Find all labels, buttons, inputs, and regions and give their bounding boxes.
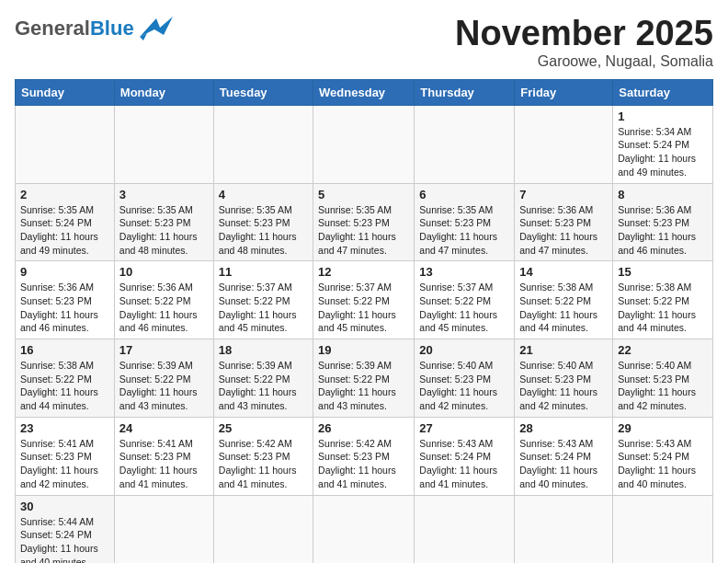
logo-icon bbox=[138, 15, 173, 42]
day-number-29: 29 bbox=[618, 421, 708, 435]
empty-cell bbox=[114, 105, 213, 183]
day-info-3: Sunrise: 5:35 AMSunset: 5:23 PMDaylight:… bbox=[119, 204, 198, 256]
day-12-cell: 12 Sunrise: 5:37 AMSunset: 5:22 PMDaylig… bbox=[313, 261, 415, 339]
day-number-25: 25 bbox=[219, 421, 308, 435]
day-info-26: Sunrise: 5:42 AMSunset: 5:23 PMDaylight:… bbox=[318, 438, 396, 489]
day-number-24: 24 bbox=[119, 421, 209, 435]
day-info-21: Sunrise: 5:40 AMSunset: 5:23 PMDaylight:… bbox=[519, 360, 597, 411]
header-tuesday: Tuesday bbox=[213, 79, 313, 105]
day-number-6: 6 bbox=[419, 188, 509, 201]
table-row: 2 Sunrise: 5:35 AMSunset: 5:24 PMDayligh… bbox=[16, 183, 713, 261]
empty-cell bbox=[515, 105, 613, 183]
empty-cell bbox=[313, 105, 415, 183]
day-11-cell: 11 Sunrise: 5:37 AMSunset: 5:22 PMDaylig… bbox=[213, 261, 313, 339]
day-number-3: 3 bbox=[119, 188, 209, 201]
day-15-cell: 15 Sunrise: 5:38 AMSunset: 5:22 PMDaylig… bbox=[613, 261, 713, 339]
header-friday: Friday bbox=[515, 79, 613, 105]
day-info-18: Sunrise: 5:39 AMSunset: 5:22 PMDaylight:… bbox=[219, 360, 297, 411]
day-info-28: Sunrise: 5:43 AMSunset: 5:24 PMDaylight:… bbox=[519, 438, 597, 489]
logo-general-text: General bbox=[15, 17, 90, 40]
day-19-cell: 19 Sunrise: 5:39 AMSunset: 5:22 PMDaylig… bbox=[313, 339, 415, 418]
day-info-4: Sunrise: 5:35 AMSunset: 5:23 PMDaylight:… bbox=[219, 204, 297, 256]
day-number-9: 9 bbox=[20, 265, 109, 279]
location-subtitle: Garoowe, Nugaal, Somalia bbox=[455, 53, 713, 70]
day-info-2: Sunrise: 5:35 AMSunset: 5:24 PMDaylight:… bbox=[20, 204, 98, 256]
day-3-cell: 3 Sunrise: 5:35 AMSunset: 5:23 PMDayligh… bbox=[114, 183, 213, 261]
header-thursday: Thursday bbox=[415, 79, 515, 105]
day-28-cell: 28 Sunrise: 5:43 AMSunset: 5:24 PMDaylig… bbox=[515, 417, 613, 495]
day-20-cell: 20 Sunrise: 5:40 AMSunset: 5:23 PMDaylig… bbox=[415, 339, 515, 418]
day-22-cell: 22 Sunrise: 5:40 AMSunset: 5:23 PMDaylig… bbox=[613, 339, 713, 418]
day-number-20: 20 bbox=[419, 343, 509, 357]
day-number-8: 8 bbox=[618, 188, 708, 201]
day-5-cell: 5 Sunrise: 5:35 AMSunset: 5:23 PMDayligh… bbox=[313, 183, 415, 261]
day-number-7: 7 bbox=[519, 188, 608, 201]
day-number-18: 18 bbox=[219, 343, 308, 357]
table-row: 30 Sunrise: 5:44 AMSunset: 5:24 PMDaylig… bbox=[16, 495, 713, 563]
day-number-16: 16 bbox=[20, 343, 109, 357]
day-info-24: Sunrise: 5:41 AMSunset: 5:23 PMDaylight:… bbox=[119, 438, 198, 489]
header: General Blue November 2025 Garoowe, Nuga… bbox=[15, 15, 713, 70]
day-number-30: 30 bbox=[20, 500, 109, 513]
header-sunday: Sunday bbox=[16, 79, 115, 105]
day-29-cell: 29 Sunrise: 5:43 AMSunset: 5:24 PMDaylig… bbox=[613, 417, 713, 495]
table-row: 23 Sunrise: 5:41 AMSunset: 5:23 PMDaylig… bbox=[16, 417, 713, 495]
day-info-10: Sunrise: 5:36 AMSunset: 5:22 PMDaylight:… bbox=[119, 282, 198, 333]
empty-cell bbox=[114, 495, 213, 563]
day-number-14: 14 bbox=[519, 265, 608, 279]
empty-cell bbox=[16, 105, 115, 183]
day-7-cell: 7 Sunrise: 5:36 AMSunset: 5:23 PMDayligh… bbox=[515, 183, 613, 261]
day-number-28: 28 bbox=[519, 421, 608, 435]
day-21-cell: 21 Sunrise: 5:40 AMSunset: 5:23 PMDaylig… bbox=[515, 339, 613, 418]
weekday-header-row: Sunday Monday Tuesday Wednesday Thursday… bbox=[16, 79, 713, 105]
day-6-cell: 6 Sunrise: 5:35 AMSunset: 5:23 PMDayligh… bbox=[415, 183, 515, 261]
day-info-1: Sunrise: 5:34 AMSunset: 5:24 PMDaylight:… bbox=[618, 126, 696, 178]
day-info-20: Sunrise: 5:40 AMSunset: 5:23 PMDaylight:… bbox=[419, 360, 497, 411]
empty-cell bbox=[213, 495, 313, 563]
day-info-12: Sunrise: 5:37 AMSunset: 5:22 PMDaylight:… bbox=[318, 282, 396, 333]
day-info-16: Sunrise: 5:38 AMSunset: 5:22 PMDaylight:… bbox=[20, 360, 98, 411]
day-number-5: 5 bbox=[318, 188, 409, 201]
day-info-13: Sunrise: 5:37 AMSunset: 5:22 PMDaylight:… bbox=[419, 282, 497, 333]
day-info-15: Sunrise: 5:38 AMSunset: 5:22 PMDaylight:… bbox=[618, 282, 696, 333]
day-2-cell: 2 Sunrise: 5:35 AMSunset: 5:24 PMDayligh… bbox=[16, 183, 115, 261]
day-1-cell: 1 Sunrise: 5:34 AMSunset: 5:24 PMDayligh… bbox=[613, 105, 713, 183]
empty-cell bbox=[515, 495, 613, 563]
day-18-cell: 18 Sunrise: 5:39 AMSunset: 5:22 PMDaylig… bbox=[213, 339, 313, 418]
day-25-cell: 25 Sunrise: 5:42 AMSunset: 5:23 PMDaylig… bbox=[213, 417, 313, 495]
empty-cell bbox=[415, 495, 515, 563]
day-info-27: Sunrise: 5:43 AMSunset: 5:24 PMDaylight:… bbox=[419, 438, 497, 489]
day-number-15: 15 bbox=[618, 265, 708, 279]
day-26-cell: 26 Sunrise: 5:42 AMSunset: 5:23 PMDaylig… bbox=[313, 417, 415, 495]
logo: General Blue bbox=[15, 15, 173, 42]
day-number-27: 27 bbox=[419, 421, 509, 435]
day-info-29: Sunrise: 5:43 AMSunset: 5:24 PMDaylight:… bbox=[618, 438, 696, 489]
day-4-cell: 4 Sunrise: 5:35 AMSunset: 5:23 PMDayligh… bbox=[213, 183, 313, 261]
day-info-17: Sunrise: 5:39 AMSunset: 5:22 PMDaylight:… bbox=[119, 360, 198, 411]
day-number-19: 19 bbox=[318, 343, 409, 357]
day-16-cell: 16 Sunrise: 5:38 AMSunset: 5:22 PMDaylig… bbox=[16, 339, 115, 418]
day-number-12: 12 bbox=[318, 265, 409, 279]
day-number-26: 26 bbox=[318, 421, 409, 435]
day-10-cell: 10 Sunrise: 5:36 AMSunset: 5:22 PMDaylig… bbox=[114, 261, 213, 339]
header-wednesday: Wednesday bbox=[313, 79, 415, 105]
day-info-5: Sunrise: 5:35 AMSunset: 5:23 PMDaylight:… bbox=[318, 204, 396, 256]
day-number-22: 22 bbox=[618, 343, 708, 357]
day-14-cell: 14 Sunrise: 5:38 AMSunset: 5:22 PMDaylig… bbox=[515, 261, 613, 339]
day-info-6: Sunrise: 5:35 AMSunset: 5:23 PMDaylight:… bbox=[419, 204, 497, 256]
day-number-23: 23 bbox=[20, 421, 109, 435]
day-info-14: Sunrise: 5:38 AMSunset: 5:22 PMDaylight:… bbox=[519, 282, 597, 333]
day-13-cell: 13 Sunrise: 5:37 AMSunset: 5:22 PMDaylig… bbox=[415, 261, 515, 339]
day-info-7: Sunrise: 5:36 AMSunset: 5:23 PMDaylight:… bbox=[519, 204, 597, 256]
month-title: November 2025 bbox=[455, 15, 713, 53]
header-saturday: Saturday bbox=[613, 79, 713, 105]
empty-cell bbox=[613, 495, 713, 563]
day-number-2: 2 bbox=[20, 188, 109, 201]
day-info-23: Sunrise: 5:41 AMSunset: 5:23 PMDaylight:… bbox=[20, 438, 98, 489]
day-number-1: 1 bbox=[618, 109, 708, 123]
day-24-cell: 24 Sunrise: 5:41 AMSunset: 5:23 PMDaylig… bbox=[114, 417, 213, 495]
table-row: 1 Sunrise: 5:34 AMSunset: 5:24 PMDayligh… bbox=[16, 105, 713, 183]
day-9-cell: 9 Sunrise: 5:36 AMSunset: 5:23 PMDayligh… bbox=[16, 261, 115, 339]
table-row: 16 Sunrise: 5:38 AMSunset: 5:22 PMDaylig… bbox=[16, 339, 713, 418]
empty-cell bbox=[415, 105, 515, 183]
